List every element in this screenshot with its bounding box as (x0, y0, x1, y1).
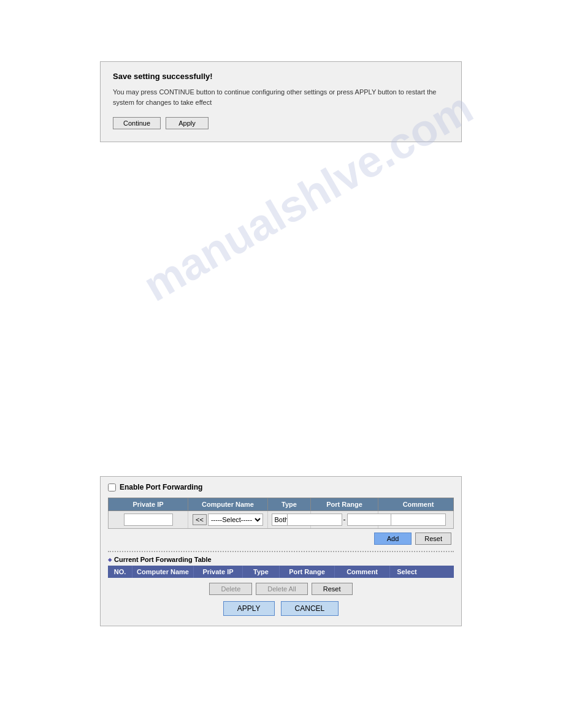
current-header-private-ip: Private IP (194, 566, 243, 578)
add-button[interactable]: Add (374, 533, 412, 545)
pf-table-header: Private IP Computer Name Type Port Range… (108, 498, 454, 511)
save-buttons-row: Continue Apply (113, 117, 449, 129)
header-private-ip: Private IP (109, 498, 188, 510)
apply-setting-button[interactable]: Apply (166, 117, 209, 129)
delete-row: Delete Delete All Reset (108, 583, 454, 595)
computer-name-select[interactable]: -----Select----- (208, 514, 263, 526)
reset2-button[interactable]: Reset (312, 583, 353, 595)
header-port-range: Port Range (311, 498, 378, 510)
port-range-dash: - (343, 515, 346, 524)
cancel-button[interactable]: CANCEL (281, 601, 339, 616)
header-comment: Comment (378, 498, 458, 510)
current-table-header: NO. Computer Name Private IP Type Port R… (108, 566, 454, 578)
apply-button[interactable]: APPLY (223, 601, 275, 616)
header-computer-name: Computer Name (188, 498, 268, 510)
arrow-button[interactable]: << (193, 514, 207, 525)
save-title: Save setting successfully! (113, 72, 449, 81)
port-forwarding-panel: Enable Port Forwarding Private IP Comput… (100, 476, 462, 626)
add-reset-row: Add Reset (108, 533, 454, 545)
current-header-select: Select (390, 566, 424, 578)
current-header-type: Type (243, 566, 280, 578)
current-header-computer-name: Computer Name (132, 566, 194, 578)
header-type: Type (268, 498, 311, 510)
enable-label: Enable Port Forwarding (120, 483, 202, 491)
current-header-port-range: Port Range (280, 566, 335, 578)
current-pf-label: Current Port Forwarding Table (108, 556, 454, 563)
pf-input-row: << -----Select----- Both TCP UDP - (108, 511, 454, 529)
dotted-separator (108, 551, 454, 552)
save-description: You may press CONTINUE button to continu… (113, 87, 449, 107)
enable-port-forwarding-checkbox[interactable] (108, 483, 116, 491)
comment-input[interactable] (391, 514, 446, 526)
enable-row: Enable Port Forwarding (108, 483, 454, 491)
comment-cell (378, 511, 458, 528)
reset-button[interactable]: Reset (415, 533, 451, 545)
delete-all-button[interactable]: Delete All (256, 583, 307, 595)
current-pf-label-text: Current Port Forwarding Table (114, 556, 212, 563)
port-range-start-input[interactable] (287, 514, 342, 526)
port-range-cell: - (311, 511, 378, 528)
private-ip-input[interactable] (124, 514, 173, 526)
apply-cancel-row: APPLY CANCEL (108, 601, 454, 616)
private-ip-cell (109, 511, 188, 528)
continue-button[interactable]: Continue (113, 117, 161, 129)
computer-name-cell: << -----Select----- (188, 511, 268, 528)
save-setting-box: Save setting successfully! You may press… (100, 61, 462, 142)
current-header-no: NO. (108, 566, 132, 578)
delete-button[interactable]: Delete (209, 583, 252, 595)
current-header-comment: Comment (335, 566, 390, 578)
